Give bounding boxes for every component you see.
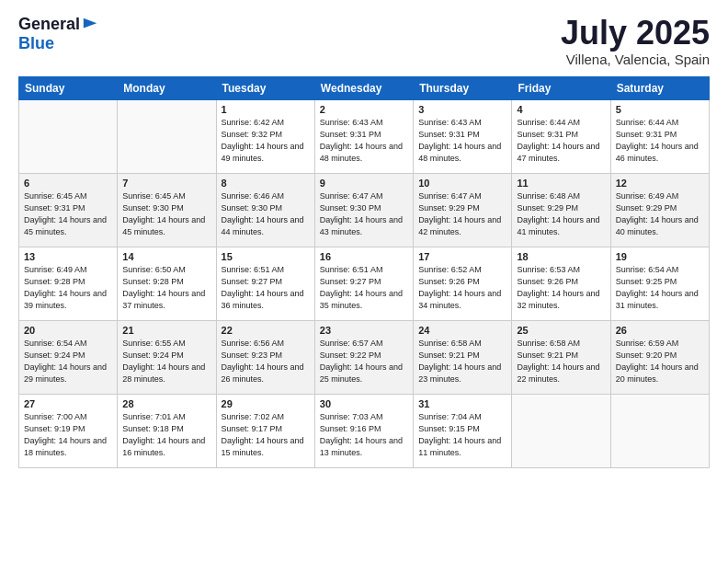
- day-info: Sunrise: 6:42 AMSunset: 9:32 PMDaylight:…: [222, 117, 310, 165]
- calendar-day-cell: [610, 394, 709, 467]
- logo: General Blue: [18, 15, 98, 53]
- day-number: 9: [320, 178, 408, 189]
- day-info: Sunrise: 6:52 AMSunset: 9:26 PMDaylight:…: [418, 264, 506, 312]
- calendar: Sunday Monday Tuesday Wednesday Thursday…: [18, 76, 710, 468]
- day-number: 19: [616, 251, 704, 262]
- calendar-day-cell: 25Sunrise: 6:58 AMSunset: 9:21 PMDayligh…: [512, 320, 610, 394]
- logo-general-text: General: [18, 15, 80, 34]
- day-info: Sunrise: 6:45 AMSunset: 9:31 PMDaylight:…: [24, 190, 112, 238]
- day-info: Sunrise: 7:01 AMSunset: 9:18 PMDaylight:…: [122, 411, 210, 459]
- calendar-day-cell: 9Sunrise: 6:47 AMSunset: 9:30 PMDaylight…: [314, 173, 413, 247]
- calendar-day-cell: 13Sunrise: 6:49 AMSunset: 9:28 PMDayligh…: [19, 247, 118, 320]
- header-friday: Friday: [512, 76, 610, 99]
- calendar-day-cell: 12Sunrise: 6:49 AMSunset: 9:29 PMDayligh…: [610, 173, 709, 247]
- day-number: 15: [222, 251, 310, 262]
- day-number: 16: [320, 251, 408, 262]
- day-info: Sunrise: 6:51 AMSunset: 9:27 PMDaylight:…: [222, 264, 310, 312]
- day-info: Sunrise: 6:53 AMSunset: 9:26 PMDaylight:…: [517, 264, 605, 312]
- calendar-day-cell: 28Sunrise: 7:01 AMSunset: 9:18 PMDayligh…: [118, 394, 216, 467]
- calendar-day-cell: 23Sunrise: 6:57 AMSunset: 9:22 PMDayligh…: [314, 320, 413, 394]
- svg-marker-0: [84, 17, 97, 28]
- logo-blue-text: Blue: [18, 34, 54, 53]
- day-number: 17: [418, 251, 506, 262]
- calendar-day-cell: 22Sunrise: 6:56 AMSunset: 9:23 PMDayligh…: [216, 320, 314, 394]
- calendar-day-cell: 4Sunrise: 6:44 AMSunset: 9:31 PMDaylight…: [512, 99, 610, 173]
- calendar-day-cell: 26Sunrise: 6:59 AMSunset: 9:20 PMDayligh…: [610, 320, 709, 394]
- calendar-day-cell: 19Sunrise: 6:54 AMSunset: 9:25 PMDayligh…: [610, 247, 709, 320]
- header: General Blue July 2025 Villena, Valencia…: [18, 15, 710, 67]
- day-number: 8: [222, 178, 310, 189]
- day-number: 20: [24, 325, 112, 336]
- day-number: 1: [222, 104, 310, 115]
- day-info: Sunrise: 6:44 AMSunset: 9:31 PMDaylight:…: [616, 117, 704, 165]
- calendar-day-cell: 18Sunrise: 6:53 AMSunset: 9:26 PMDayligh…: [512, 247, 610, 320]
- day-number: 6: [24, 178, 112, 189]
- header-saturday: Saturday: [610, 76, 709, 99]
- day-info: Sunrise: 6:49 AMSunset: 9:29 PMDaylight:…: [616, 190, 704, 238]
- calendar-day-cell: [118, 99, 216, 173]
- day-number: 11: [517, 178, 605, 189]
- day-info: Sunrise: 6:54 AMSunset: 9:25 PMDaylight:…: [616, 264, 704, 312]
- day-number: 27: [24, 398, 112, 409]
- calendar-day-cell: 7Sunrise: 6:45 AMSunset: 9:30 PMDaylight…: [118, 173, 216, 247]
- day-info: Sunrise: 6:51 AMSunset: 9:27 PMDaylight:…: [320, 264, 408, 312]
- day-info: Sunrise: 6:45 AMSunset: 9:30 PMDaylight:…: [122, 190, 210, 238]
- calendar-day-cell: 24Sunrise: 6:58 AMSunset: 9:21 PMDayligh…: [414, 320, 512, 394]
- calendar-week-4: 20Sunrise: 6:54 AMSunset: 9:24 PMDayligh…: [19, 320, 710, 394]
- calendar-day-cell: 3Sunrise: 6:43 AMSunset: 9:31 PMDaylight…: [414, 99, 512, 173]
- day-info: Sunrise: 6:43 AMSunset: 9:31 PMDaylight:…: [418, 117, 506, 165]
- day-info: Sunrise: 6:48 AMSunset: 9:29 PMDaylight:…: [517, 190, 605, 238]
- day-info: Sunrise: 6:47 AMSunset: 9:30 PMDaylight:…: [320, 190, 408, 238]
- day-info: Sunrise: 6:50 AMSunset: 9:28 PMDaylight:…: [122, 264, 210, 312]
- day-info: Sunrise: 6:44 AMSunset: 9:31 PMDaylight:…: [517, 117, 605, 165]
- calendar-day-cell: 20Sunrise: 6:54 AMSunset: 9:24 PMDayligh…: [19, 320, 118, 394]
- day-number: 5: [616, 104, 704, 115]
- day-number: 2: [320, 104, 408, 115]
- day-number: 29: [222, 398, 310, 409]
- day-number: 4: [517, 104, 605, 115]
- day-info: Sunrise: 6:43 AMSunset: 9:31 PMDaylight:…: [320, 117, 408, 165]
- day-number: 14: [122, 251, 210, 262]
- day-number: 12: [616, 178, 704, 189]
- day-info: Sunrise: 6:46 AMSunset: 9:30 PMDaylight:…: [222, 190, 310, 238]
- header-monday: Monday: [118, 76, 216, 99]
- day-number: 25: [517, 325, 605, 336]
- calendar-day-cell: 10Sunrise: 6:47 AMSunset: 9:29 PMDayligh…: [414, 173, 512, 247]
- header-thursday: Thursday: [414, 76, 512, 99]
- calendar-week-1: 1Sunrise: 6:42 AMSunset: 9:32 PMDaylight…: [19, 99, 710, 173]
- calendar-day-cell: 17Sunrise: 6:52 AMSunset: 9:26 PMDayligh…: [414, 247, 512, 320]
- calendar-day-cell: 14Sunrise: 6:50 AMSunset: 9:28 PMDayligh…: [118, 247, 216, 320]
- day-number: 26: [616, 325, 704, 336]
- day-info: Sunrise: 6:58 AMSunset: 9:21 PMDaylight:…: [418, 338, 506, 385]
- page: General Blue July 2025 Villena, Valencia…: [0, 0, 728, 563]
- calendar-day-cell: 30Sunrise: 7:03 AMSunset: 9:16 PMDayligh…: [314, 394, 413, 467]
- day-number: 22: [222, 325, 310, 336]
- calendar-day-cell: 5Sunrise: 6:44 AMSunset: 9:31 PMDaylight…: [610, 99, 709, 173]
- main-title: July 2025: [561, 15, 710, 52]
- header-tuesday: Tuesday: [216, 76, 314, 99]
- calendar-day-cell: [512, 394, 610, 467]
- calendar-day-cell: 15Sunrise: 6:51 AMSunset: 9:27 PMDayligh…: [216, 247, 314, 320]
- day-info: Sunrise: 7:00 AMSunset: 9:19 PMDaylight:…: [24, 411, 112, 459]
- calendar-week-5: 27Sunrise: 7:00 AMSunset: 9:19 PMDayligh…: [19, 394, 710, 467]
- calendar-day-cell: 6Sunrise: 6:45 AMSunset: 9:31 PMDaylight…: [19, 173, 118, 247]
- calendar-day-cell: 31Sunrise: 7:04 AMSunset: 9:15 PMDayligh…: [414, 394, 512, 467]
- day-info: Sunrise: 6:56 AMSunset: 9:23 PMDaylight:…: [222, 338, 310, 385]
- day-info: Sunrise: 6:59 AMSunset: 9:20 PMDaylight:…: [616, 338, 704, 385]
- calendar-day-cell: 2Sunrise: 6:43 AMSunset: 9:31 PMDaylight…: [314, 99, 413, 173]
- day-info: Sunrise: 6:54 AMSunset: 9:24 PMDaylight:…: [24, 338, 112, 385]
- calendar-week-3: 13Sunrise: 6:49 AMSunset: 9:28 PMDayligh…: [19, 247, 710, 320]
- day-info: Sunrise: 6:49 AMSunset: 9:28 PMDaylight:…: [24, 264, 112, 312]
- subtitle: Villena, Valencia, Spain: [561, 52, 710, 67]
- calendar-day-cell: 8Sunrise: 6:46 AMSunset: 9:30 PMDaylight…: [216, 173, 314, 247]
- day-number: 30: [320, 398, 408, 409]
- day-number: 23: [320, 325, 408, 336]
- day-number: 13: [24, 251, 112, 262]
- day-info: Sunrise: 6:47 AMSunset: 9:29 PMDaylight:…: [418, 190, 506, 238]
- calendar-day-cell: 27Sunrise: 7:00 AMSunset: 9:19 PMDayligh…: [19, 394, 118, 467]
- header-sunday: Sunday: [19, 76, 118, 99]
- day-number: 10: [418, 178, 506, 189]
- day-number: 31: [418, 398, 506, 409]
- day-info: Sunrise: 6:55 AMSunset: 9:24 PMDaylight:…: [122, 338, 210, 385]
- calendar-day-cell: 29Sunrise: 7:02 AMSunset: 9:17 PMDayligh…: [216, 394, 314, 467]
